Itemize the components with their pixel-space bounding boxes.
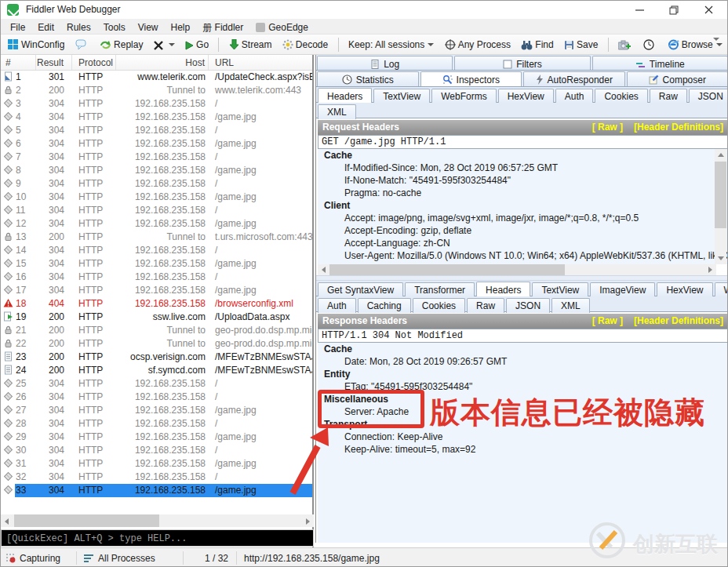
request-tab-hexview[interactable]: HexView: [498, 89, 554, 104]
quickexec-input[interactable]: [QuickExec] ALT+Q > type HELP...: [1, 529, 314, 547]
response-tab-webview[interactable]: WebView: [715, 282, 728, 297]
request-tree-hscrollbar[interactable]: [318, 264, 716, 275]
response-tab-imageview[interactable]: ImageView: [590, 282, 655, 297]
scroll-thumb[interactable]: [14, 514, 159, 527]
session-row[interactable]: 1301HTTPwww.telerik.com/UpdateCheck.aspx…: [1, 71, 312, 84]
menu-item-rules[interactable]: Rules: [60, 20, 97, 35]
session-row[interactable]: 25304HTTP192.168.235.158/: [1, 377, 312, 391]
tab-timeline[interactable]: Timeline: [592, 56, 728, 70]
session-row[interactable]: 22200HTTPTunnel togeo-prod.do.dsp.mp.mic…: [1, 337, 312, 351]
session-row[interactable]: 32304HTTP192.168.235.158/: [1, 471, 312, 484]
request-tab-raw[interactable]: Raw: [650, 89, 687, 104]
scroll-up-arrow[interactable]: [715, 149, 726, 161]
tab-filters[interactable]: Filters: [454, 56, 590, 70]
request-response-splitter[interactable]: [316, 275, 728, 281]
timer-button[interactable]: [639, 37, 661, 53]
column-header-protocol[interactable]: Protocol: [72, 55, 116, 70]
capturing-status[interactable]: Capturing: [20, 553, 60, 564]
session-row[interactable]: 7304HTTP192.168.235.158/: [1, 151, 312, 164]
save-button[interactable]: Save: [560, 37, 602, 53]
request-tab-auth[interactable]: Auth: [555, 89, 594, 104]
tab-autoresponder[interactable]: AutoResponder: [523, 71, 625, 86]
winconfig-button[interactable]: WinConfig: [4, 37, 68, 53]
response-tab-transformer[interactable]: Transformer: [405, 282, 475, 297]
keep-sessions-button[interactable]: Keep: All sessions: [344, 37, 438, 53]
minimize-button[interactable]: [622, 1, 657, 19]
tab-inspectors[interactable]: Inspectors: [420, 71, 522, 86]
session-row[interactable]: 17304HTTP192.168.235.158/game.jpg: [1, 284, 312, 297]
toolbar-overflow-button[interactable]: [713, 41, 723, 52]
response-status-line[interactable]: HTTP/1.1 304 Not Modified: [318, 329, 728, 343]
session-row[interactable]: 14304HTTP192.168.235.158/: [1, 244, 312, 257]
menu-item-view[interactable]: View: [132, 20, 165, 35]
session-row[interactable]: 4304HTTP192.168.235.158/game.jpg: [1, 111, 312, 124]
column-header-url[interactable]: URL: [209, 55, 312, 70]
response-tab-auth[interactable]: Auth: [318, 298, 356, 313]
session-row[interactable]: 6304HTTP192.168.235.158/game.jpg: [1, 137, 312, 151]
raw-link[interactable]: [ Raw ]: [592, 122, 623, 133]
comment-button[interactable]: [71, 37, 93, 53]
session-row[interactable]: 21200HTTPTunnel togeo-prod.do.dsp.mp.mic…: [1, 324, 312, 337]
session-list-hscrollbar[interactable]: [1, 514, 314, 527]
session-row[interactable]: 9304HTTP192.168.235.158/: [1, 177, 312, 191]
response-tab-json[interactable]: JSON: [506, 298, 550, 313]
request-tab-textview[interactable]: TextView: [373, 89, 430, 104]
column-header-result[interactable]: Result: [36, 55, 72, 70]
session-row[interactable]: 30304HTTP192.168.235.158/: [1, 444, 312, 457]
find-button[interactable]: Find: [517, 37, 557, 53]
menu-item-tools[interactable]: Tools: [97, 20, 132, 35]
menu-item-geoedge[interactable]: GeoEdge: [249, 20, 315, 35]
response-tab-raw[interactable]: Raw: [467, 298, 504, 313]
replay-button[interactable]: Replay: [96, 37, 147, 53]
session-row[interactable]: 27304HTTP192.168.235.158/game.jpg: [1, 404, 312, 417]
response-tab-textview[interactable]: TextView: [532, 282, 588, 297]
scroll-right-arrow[interactable]: [301, 514, 314, 527]
header-definitions-link[interactable]: [Header Definitions]: [634, 122, 723, 133]
request-tab-cookies[interactable]: Cookies: [595, 89, 647, 104]
raw-link[interactable]: [ Raw ]: [592, 315, 623, 326]
session-row[interactable]: 26304HTTP192.168.235.158/: [1, 391, 312, 404]
request-tab-headers[interactable]: Headers: [318, 88, 372, 104]
session-row[interactable]: 15304HTTP192.168.235.158/game.jpg: [1, 257, 312, 271]
column-header-number[interactable]: #: [1, 55, 36, 70]
session-row[interactable]: 24200HTTPsf.symcd.com/MFEwTzBNMEswSTAJBg…: [1, 364, 312, 377]
maximize-button[interactable]: [657, 1, 691, 19]
scroll-thumb[interactable]: [329, 264, 565, 275]
scroll-thumb[interactable]: [715, 162, 726, 228]
session-row[interactable]: 18404HTTP192.168.235.158/browserconfig.x…: [1, 297, 312, 311]
session-row[interactable]: 16304HTTP192.168.235.158/: [1, 271, 312, 284]
session-row[interactable]: 11304HTTP192.168.235.158/: [1, 204, 312, 217]
response-tab-hexview[interactable]: HexView: [657, 282, 712, 297]
request-tab-webforms[interactable]: WebForms: [431, 89, 496, 104]
menu-item-help[interactable]: Help: [165, 20, 197, 35]
session-row[interactable]: 28304HTTP192.168.235.158/: [1, 417, 312, 431]
response-tab-caching[interactable]: Caching: [358, 298, 411, 313]
menu-item-file[interactable]: File: [4, 20, 31, 35]
menu-item-edit[interactable]: Edit: [31, 20, 60, 35]
go-button[interactable]: Go: [181, 37, 213, 53]
session-row[interactable]: 29304HTTP192.168.235.158/game.jpg: [1, 431, 312, 444]
session-row[interactable]: 2200HTTPTunnel towww.telerik.com:443: [1, 84, 312, 97]
scroll-left-arrow[interactable]: [318, 264, 330, 275]
session-row[interactable]: 8304HTTP192.168.235.158/game.jpg: [1, 164, 312, 177]
decode-button[interactable]: Decode: [278, 37, 332, 53]
session-row[interactable]: 23200HTTPocsp.verisign.com/MFEwTzBNMEswS…: [1, 351, 312, 364]
process-filter-status[interactable]: All Processes: [98, 553, 155, 564]
keep-dropdown-arrow[interactable]: [428, 43, 434, 46]
scroll-down-arrow[interactable]: [715, 253, 726, 264]
remove-dropdown-arrow[interactable]: [169, 43, 175, 46]
response-tab-xml[interactable]: XML: [551, 298, 590, 313]
header-definitions-link[interactable]: [Header Definitions]: [634, 315, 723, 326]
request-line[interactable]: GET /game.jpg HTTP/1.1: [318, 135, 728, 149]
response-tab-headers[interactable]: Headers: [476, 282, 530, 297]
session-row[interactable]: 3304HTTP192.168.235.158/: [1, 97, 312, 111]
session-row[interactable]: 10304HTTP192.168.235.158/game.jpg: [1, 191, 312, 204]
request-tab-xml[interactable]: XML: [318, 104, 356, 119]
session-row[interactable]: 19200HTTPssw.live.com/UploadData.aspx: [1, 311, 312, 324]
request-tree-vscrollbar[interactable]: [715, 149, 726, 264]
tab-statistics[interactable]: Statistics: [317, 71, 419, 86]
remove-button[interactable]: [150, 37, 179, 53]
column-header-host[interactable]: Host: [116, 55, 209, 70]
session-row[interactable]: 13200HTTPTunnel tot.urs.microsoft.com:44…: [1, 231, 312, 244]
response-tab-cookies[interactable]: Cookies: [413, 298, 465, 313]
